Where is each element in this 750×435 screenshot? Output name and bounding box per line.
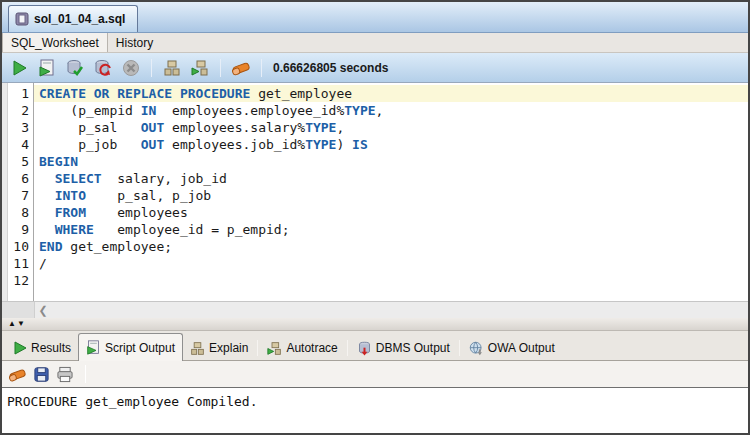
line-number: 5 <box>8 153 33 170</box>
editor-code[interactable]: CREATE OR REPLACE PROCEDURE get_employee… <box>34 83 748 301</box>
editor-hscrollbar[interactable]: ❮ <box>2 301 748 318</box>
worksheet-subtabs: SQL_Worksheet History <box>2 33 748 53</box>
code-line[interactable]: WHERE employee_id = p_empid; <box>34 221 748 238</box>
toolbar-separator <box>220 59 221 77</box>
file-tabstrip: sol_01_04_a.sql <box>2 2 748 33</box>
line-number: 9 <box>8 221 33 238</box>
file-tab-sol-01-04-a[interactable]: sol_01_04_a.sql <box>8 5 138 32</box>
run-icon <box>10 59 28 77</box>
rollback-button[interactable] <box>90 56 116 80</box>
code-line[interactable]: FROM employees <box>34 204 748 221</box>
code-editor: 123456789101112 CREATE OR REPLACE PROCED… <box>2 83 748 301</box>
explain-tab-icon <box>190 341 205 356</box>
scrollbar-corner <box>2 302 35 318</box>
output-text: PROCEDURE get_employee Compiled. <box>7 394 257 409</box>
commit-button[interactable] <box>62 56 88 80</box>
code-line[interactable]: SELECT salary, job_id <box>34 170 748 187</box>
tab-history[interactable]: History <box>108 33 161 52</box>
code-line[interactable]: / <box>34 255 748 272</box>
tab-owa-output-label: OWA Output <box>488 341 555 355</box>
explain-plan-icon <box>163 59 181 77</box>
tab-script-output[interactable]: Script Output <box>78 333 183 361</box>
sql-worksheet-label: SQL_Worksheet <box>11 36 99 50</box>
sql-developer-window: sol_01_04_a.sql SQL_Worksheet History <box>0 0 750 435</box>
rollback-icon <box>94 59 112 77</box>
run-script-icon <box>38 59 56 77</box>
print-icon <box>56 366 74 383</box>
owa-output-icon <box>469 341 484 356</box>
code-line[interactable] <box>34 272 748 289</box>
clear-output-button[interactable] <box>8 366 27 383</box>
script-output-toolbar <box>2 361 748 388</box>
line-number: 3 <box>8 119 33 136</box>
tab-autotrace[interactable]: Autotrace <box>260 336 344 360</box>
results-icon <box>13 341 27 355</box>
toolbar-separator <box>151 59 152 77</box>
line-number: 1 <box>8 85 33 102</box>
code-line[interactable]: (p_empid IN employees.employee_id%TYPE, <box>34 102 748 119</box>
line-number: 2 <box>8 102 33 119</box>
code-line[interactable]: CREATE OR REPLACE PROCEDURE get_employee <box>34 85 748 102</box>
tab-separator <box>257 340 258 356</box>
tab-results-label: Results <box>31 341 71 355</box>
editor-gutter: 123456789101112 <box>8 83 34 301</box>
line-number: 6 <box>8 170 33 187</box>
run-script-button[interactable] <box>34 56 60 80</box>
cancel-icon <box>122 59 140 77</box>
line-number: 11 <box>8 255 33 272</box>
tab-script-output-label: Script Output <box>105 341 175 355</box>
code-line[interactable]: p_sal OUT employees.salary%TYPE, <box>34 119 748 136</box>
code-line[interactable]: BEGIN <box>34 153 748 170</box>
output-tabbar: Results Script Output Explain <box>2 331 748 361</box>
tab-explain[interactable]: Explain <box>183 336 255 360</box>
toolbar-separator <box>85 365 86 383</box>
cancel-button[interactable] <box>118 56 144 80</box>
code-line[interactable]: INTO p_sal, p_job <box>34 187 748 204</box>
script-output-icon <box>86 340 101 355</box>
autotrace-tab-icon <box>267 341 282 356</box>
dbms-output-icon <box>357 341 372 356</box>
toolbar-separator <box>261 59 262 77</box>
line-number: 7 <box>8 187 33 204</box>
tab-dbms-output-label: DBMS Output <box>376 341 450 355</box>
explain-plan-button[interactable] <box>159 56 185 80</box>
tab-sql-worksheet[interactable]: SQL_Worksheet <box>2 33 108 52</box>
code-line[interactable]: END get_employee; <box>34 238 748 255</box>
save-icon <box>33 366 50 383</box>
panel-splitter[interactable]: ▲▼ <box>2 318 748 331</box>
commit-icon <box>66 59 84 77</box>
script-output-console[interactable]: PROCEDURE get_employee Compiled. <box>2 388 748 433</box>
eraser-icon <box>8 366 27 383</box>
worksheet-toolbar: 0.66626805 seconds <box>2 53 748 83</box>
autotrace-button[interactable] <box>187 56 213 80</box>
eraser-icon <box>231 59 251 77</box>
scroll-left-arrow-icon[interactable]: ❮ <box>35 302 51 318</box>
save-output-button[interactable] <box>33 366 50 383</box>
run-statement-button[interactable] <box>6 56 32 80</box>
splitter-arrows-icon[interactable]: ▲▼ <box>8 320 26 328</box>
clear-button[interactable] <box>228 56 254 80</box>
tab-owa-output[interactable]: OWA Output <box>462 336 562 360</box>
tab-autotrace-label: Autotrace <box>286 341 337 355</box>
elapsed-time: 0.66626805 seconds <box>269 61 388 75</box>
tab-separator <box>459 340 460 356</box>
tab-explain-label: Explain <box>209 341 248 355</box>
print-output-button[interactable] <box>56 366 74 383</box>
autotrace-icon <box>191 59 209 77</box>
tab-separator <box>347 340 348 356</box>
tab-results[interactable]: Results <box>6 336 78 360</box>
line-number: 4 <box>8 136 33 153</box>
history-label: History <box>116 36 153 50</box>
sql-file-icon <box>15 12 29 26</box>
tab-dbms-output[interactable]: DBMS Output <box>350 336 457 360</box>
file-tab-label: sol_01_04_a.sql <box>34 12 125 26</box>
line-number: 10 <box>8 238 33 255</box>
code-line[interactable]: p_job OUT employees.job_id%TYPE) IS <box>34 136 748 153</box>
line-number: 12 <box>8 272 33 289</box>
line-number: 8 <box>8 204 33 221</box>
